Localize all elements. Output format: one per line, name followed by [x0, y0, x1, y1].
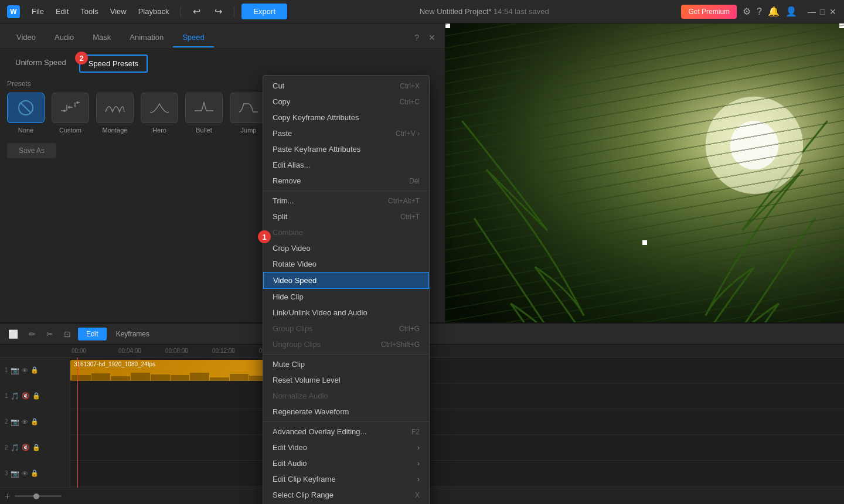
menu-tools[interactable]: Tools	[76, 5, 103, 18]
cm-paste[interactable]: Paste Ctrl+V ›	[263, 125, 429, 141]
camera-icon-1: 📷	[11, 366, 19, 374]
preset-montage-label: Montage	[103, 127, 128, 134]
tl-keyframes-button[interactable]: Keyframes	[110, 328, 155, 340]
help-panel-icon[interactable]: ?	[412, 30, 421, 45]
cm-ungroup-clips-label: Ungroup Clips	[273, 340, 321, 349]
playhead[interactable]	[77, 357, 78, 488]
cm-select-clip-range[interactable]: Select Clip Range X	[263, 487, 429, 503]
preset-custom[interactable]: Custom	[52, 93, 89, 134]
center-handle[interactable]	[642, 240, 647, 245]
cm-reset-volume[interactable]: Reset Volume Level	[263, 372, 429, 388]
maximize-button[interactable]: □	[818, 8, 826, 16]
export-button[interactable]: Export	[241, 4, 287, 19]
cm-mute-clip[interactable]: Mute Clip	[263, 356, 429, 372]
cm-ungroup-clips: Ungroup Clips Ctrl+Shift+G	[263, 336, 429, 352]
lock-icon-2a[interactable]: 🔒	[32, 444, 40, 451]
account-icon[interactable]: 👤	[785, 6, 797, 17]
menu-bar: File Edit Tools View Playback	[27, 5, 173, 18]
svg-point-13	[730, 121, 778, 169]
preset-hero-label: Hero	[152, 127, 166, 134]
cm-copy-kf[interactable]: Copy Keyframe Attributes	[263, 110, 429, 125]
cm-video-speed[interactable]: Video Speed	[263, 272, 429, 289]
tl-cut-button[interactable]: ✂	[43, 327, 57, 341]
cm-cut[interactable]: Cut Ctrl+X	[263, 78, 429, 94]
preset-none-label: None	[18, 127, 33, 134]
zoom-slider[interactable]	[15, 495, 62, 497]
cm-link-unlink[interactable]: Link/Unlink Video and Audio	[263, 305, 429, 321]
cm-trim-label: Trim...	[273, 196, 294, 205]
tl-edit-button[interactable]: Edit	[78, 328, 107, 340]
cm-regen-waveform[interactable]: Regenerate Waveform	[263, 404, 429, 420]
cm-remove-shortcut: Del	[409, 177, 420, 185]
lock-icon-2[interactable]: 🔒	[30, 418, 39, 425]
menu-file[interactable]: File	[27, 5, 49, 18]
tab-speed[interactable]: Speed	[173, 28, 214, 47]
preset-montage[interactable]: Montage	[96, 93, 134, 134]
cm-copy[interactable]: Copy Ctrl+C	[263, 94, 429, 110]
cm-rotate-video[interactable]: Rotate Video	[263, 256, 429, 272]
cm-edit-clip-kf-label: Edit Clip Keyframe	[273, 475, 336, 483]
lock-icon-1a[interactable]: 🔒	[32, 392, 40, 400]
preset-bullet[interactable]: Bullet	[185, 93, 223, 134]
cm-split[interactable]: Split Ctrl+T	[263, 209, 429, 224]
menu-edit[interactable]: Edit	[51, 5, 73, 18]
preset-none[interactable]: None	[7, 93, 45, 134]
cm-crop-video[interactable]: Crop Video	[263, 240, 429, 256]
mute-icon-1[interactable]: 🔇	[22, 392, 30, 400]
settings-icon[interactable]: ⚙	[743, 6, 751, 17]
cm-link-unlink-label: Link/Unlink Video and Audio	[273, 308, 367, 317]
save-as-button[interactable]: Save As	[7, 143, 56, 158]
wf-bar	[131, 373, 150, 381]
eye-icon-2[interactable]: 👁	[22, 418, 28, 425]
corner-tr	[839, 23, 844, 28]
cm-edit-video[interactable]: Edit Video ›	[263, 440, 429, 455]
tab-video[interactable]: Video	[7, 28, 45, 47]
preset-hero[interactable]: Hero	[141, 93, 178, 134]
menu-view[interactable]: View	[106, 5, 131, 18]
subtab-presets[interactable]: Speed Presets	[79, 55, 148, 73]
cm-edit-audio[interactable]: Edit Audio ›	[263, 455, 429, 471]
tab-audio[interactable]: Audio	[45, 28, 83, 47]
tl-crop-button[interactable]: ⊡	[60, 327, 74, 341]
cm-trim[interactable]: Trim... Ctrl+Alt+T	[263, 193, 429, 209]
cm-select-clip-range-label: Select Clip Range	[273, 491, 333, 499]
ruler-3: 00:12:00	[211, 348, 258, 354]
close-button[interactable]: ✕	[829, 8, 837, 16]
preset-jump[interactable]: Jump	[230, 93, 267, 134]
tab-mask[interactable]: Mask	[83, 28, 120, 47]
panel-tab-actions: ? ✕	[412, 30, 438, 45]
redo-button[interactable]: ↪	[210, 4, 227, 19]
undo-button[interactable]: ↩	[188, 4, 205, 19]
lock-icon-1[interactable]: 🔒	[30, 366, 39, 374]
cm-paste-kf[interactable]: Paste Keyframe Attributes	[263, 141, 429, 157]
cm-sep-1	[263, 190, 429, 191]
cm-cut-shortcut: Ctrl+X	[400, 82, 420, 90]
add-track-button[interactable]: +	[5, 491, 10, 502]
lock-icon-3[interactable]: 🔒	[30, 469, 39, 477]
mute-icon-2[interactable]: 🔇	[22, 444, 30, 451]
cm-hide-clip[interactable]: Hide Clip	[263, 289, 429, 305]
tl-select-button[interactable]: ⬜	[5, 327, 22, 341]
help-icon[interactable]: ?	[757, 6, 762, 17]
cm-edit-alias[interactable]: Edit Alias...	[263, 157, 429, 173]
video-clip-1[interactable]: 3161307-hd_1920_1080_24fps	[70, 360, 270, 381]
cm-sep-3	[263, 421, 429, 422]
tl-draw-button[interactable]: ✏	[25, 327, 39, 341]
subtab-uniform[interactable]: Uniform Speed	[7, 55, 74, 73]
cm-split-shortcut: Ctrl+T	[400, 213, 420, 221]
tab-animation[interactable]: Animation	[120, 28, 173, 47]
cm-copy-label: Copy	[273, 97, 290, 106]
eye-icon-3[interactable]: 👁	[22, 470, 28, 477]
track-label-3v: 3 📷 👁 🔒	[0, 461, 70, 486]
cm-edit-clip-kf[interactable]: Edit Clip Keyframe ›	[263, 471, 429, 487]
cm-remove[interactable]: Remove Del	[263, 173, 429, 189]
menu-playback[interactable]: Playback	[134, 5, 174, 18]
cm-edit-clip-kf-arrow: ›	[417, 475, 420, 483]
cm-adv-overlay[interactable]: Advanced Overlay Editing... F2	[263, 424, 429, 440]
close-panel-icon[interactable]: ✕	[426, 30, 438, 45]
bell-icon[interactable]: 🔔	[768, 6, 780, 17]
premium-button[interactable]: Get Premium	[681, 5, 737, 19]
zoom-thumb[interactable]	[33, 493, 39, 499]
minimize-button[interactable]: —	[808, 8, 816, 16]
eye-icon-1[interactable]: 👁	[22, 367, 28, 374]
